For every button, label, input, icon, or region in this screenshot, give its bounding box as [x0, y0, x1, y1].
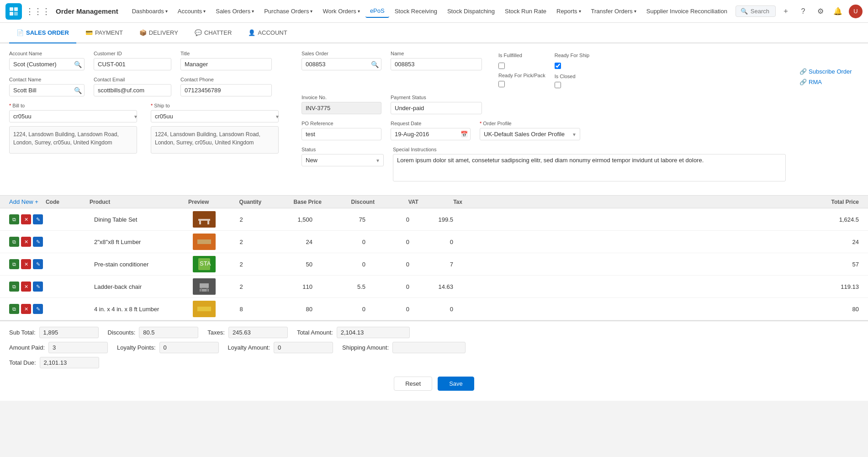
add-icon[interactable]: ＋ [779, 5, 792, 18]
notifications-icon[interactable]: 🔔 [831, 5, 844, 18]
contact-email-input[interactable] [94, 84, 171, 96]
nav-stock-run-rate[interactable]: Stock Run Rate [500, 5, 551, 17]
invoice-no-input[interactable] [302, 102, 381, 114]
nav-reports[interactable]: Reports ▾ [552, 5, 586, 17]
total-due-input[interactable] [40, 357, 99, 368]
row-copy-btn[interactable]: ⧉ [9, 237, 19, 247]
total-amount-input[interactable] [337, 327, 410, 338]
tab-account[interactable]: 👤 ACCOUNT [241, 23, 294, 43]
loyalty-points-input[interactable] [159, 342, 219, 353]
form-section: Account Name 🔍 Customer ID Title [0, 43, 868, 195]
request-date-input[interactable] [391, 128, 471, 140]
tab-payment[interactable]: 💳 PAYMENT [78, 23, 130, 43]
loyalty-amount-label: Loyalty Amount: [228, 344, 270, 351]
ready-pick-checkbox[interactable] [498, 81, 505, 87]
sales-order-input[interactable] [302, 58, 381, 70]
nav-sales-orders[interactable]: Sales Orders ▾ [211, 5, 259, 17]
is-closed-row [555, 82, 589, 88]
row-delete-btn[interactable]: ✕ [21, 237, 31, 247]
taxes-input[interactable] [228, 327, 288, 338]
app-icon [5, 3, 22, 20]
ready-ship-checkbox[interactable] [555, 63, 561, 69]
shipping-amount-input[interactable] [392, 342, 466, 353]
loyalty-amount-input[interactable] [274, 342, 333, 353]
search-input[interactable] [751, 8, 771, 15]
row-copy-btn[interactable]: ⧉ [9, 214, 19, 224]
bill-to-select[interactable]: cr05uu [9, 110, 137, 122]
ready-ship-label: Ready For Ship [555, 53, 589, 58]
delivery-icon: 📦 [139, 29, 147, 36]
discounts-input[interactable] [139, 327, 198, 338]
sub-total-input[interactable] [39, 327, 99, 338]
row-copy-btn[interactable]: ⧉ [9, 304, 19, 314]
taxes-item: Taxes: [207, 327, 288, 338]
help-icon[interactable]: ? [797, 5, 810, 18]
title-input[interactable] [180, 58, 272, 70]
calendar-icon[interactable]: 📅 [460, 131, 468, 138]
row-edit-btn[interactable]: ✎ [33, 304, 43, 314]
table-header: Add New + Code Product Preview Quantity … [0, 196, 868, 208]
svg-rect-6 [207, 221, 209, 224]
chatter-icon: 💬 [195, 29, 202, 36]
nav-transfer-orders[interactable]: Transfer Orders ▾ [587, 5, 641, 17]
right-row-3: PO Reference Request Date 📅 Order Profil… [302, 121, 786, 140]
tab-delivery[interactable]: 📦 DELIVERY [132, 23, 185, 43]
search-bar[interactable]: 🔍 [736, 5, 776, 17]
row-delete-btn[interactable]: ✕ [21, 214, 31, 224]
row-edit-btn[interactable]: ✎ [33, 214, 43, 224]
sales-order-search-icon[interactable]: 🔍 [371, 61, 379, 68]
reset-button[interactable]: Reset [394, 377, 432, 391]
tab-sales-order[interactable]: 📄 SALES ORDER [9, 23, 76, 43]
nav-supplier-invoice[interactable]: Supplier Invoice Reconciliation [642, 5, 732, 17]
nav-work-orders[interactable]: Work Orders ▾ [318, 5, 364, 17]
status-select[interactable]: New [302, 154, 384, 166]
search-icon: 🔍 [741, 8, 748, 15]
ship-to-select-wrapper: cr05uu [151, 110, 283, 122]
row-delete-btn[interactable]: ✕ [21, 304, 31, 314]
customer-id-input[interactable] [94, 58, 171, 70]
total-due-label: Total Due: [9, 359, 36, 366]
is-fulfilled-checkbox[interactable] [498, 63, 505, 69]
nav-dashboards[interactable]: Dashboards ▾ [127, 5, 172, 17]
row-copy-btn[interactable]: ⧉ [9, 282, 19, 292]
row-edit-btn[interactable]: ✎ [33, 282, 43, 292]
save-button[interactable]: Save [438, 377, 474, 391]
po-ref-input[interactable] [302, 128, 381, 140]
row-copy-btn[interactable]: ⧉ [9, 259, 19, 269]
name-input[interactable] [391, 58, 482, 70]
settings-icon[interactable]: ⚙ [814, 5, 827, 18]
nav-purchase-orders[interactable]: Purchase Orders ▾ [259, 5, 317, 17]
user-avatar[interactable]: U [849, 5, 863, 18]
contact-phone-input[interactable] [180, 84, 272, 96]
nav-epos[interactable]: ePoS [365, 5, 389, 18]
account-name-input[interactable] [9, 58, 85, 70]
special-instructions-textarea[interactable]: Lorem ipsum dolor sit amet, consetetur s… [393, 154, 786, 181]
svg-rect-11 [200, 283, 209, 288]
product-thumbnail: STAIN [193, 256, 216, 272]
grid-icon[interactable]: ⋮⋮⋮ [26, 6, 50, 16]
contact-search-icon[interactable]: 🔍 [74, 87, 82, 94]
subscribe-order-link[interactable]: 🔗 Subscribe Order [799, 68, 863, 75]
svg-rect-12 [201, 288, 202, 292]
contact-name-input[interactable] [9, 84, 85, 96]
ship-address: 1224, Lansdown Building, Lansdown Road, … [151, 126, 279, 154]
nav-stock-receiving[interactable]: Stock Receiving [390, 5, 442, 17]
amount-paid-input[interactable] [48, 342, 108, 353]
special-instructions-group: Special Instructions Lorem ipsum dolor s… [393, 147, 786, 181]
order-profile-select[interactable]: UK-Default Sales Order Profile [480, 128, 580, 140]
is-closed-checkbox[interactable] [555, 82, 561, 88]
rma-link[interactable]: 🔗 RMA [799, 79, 863, 85]
invoice-no-group: Invoice No. [302, 95, 381, 114]
nav-accounts[interactable]: Accounts ▾ [173, 5, 210, 17]
tabs: 📄 SALES ORDER 💳 PAYMENT 📦 DELIVERY 💬 CHA… [0, 23, 868, 43]
row-edit-btn[interactable]: ✎ [33, 259, 43, 269]
payment-status-input[interactable] [391, 102, 482, 114]
tab-chatter[interactable]: 💬 CHATTER [187, 23, 239, 43]
row-delete-btn[interactable]: ✕ [21, 282, 31, 292]
row-delete-btn[interactable]: ✕ [21, 259, 31, 269]
nav-stock-dispatching[interactable]: Stock Dispatching [443, 5, 499, 17]
row-edit-btn[interactable]: ✎ [33, 237, 43, 247]
ship-to-select[interactable]: cr05uu [151, 110, 279, 122]
add-new-button[interactable]: Add New + [9, 198, 38, 205]
account-search-icon[interactable]: 🔍 [74, 61, 82, 68]
